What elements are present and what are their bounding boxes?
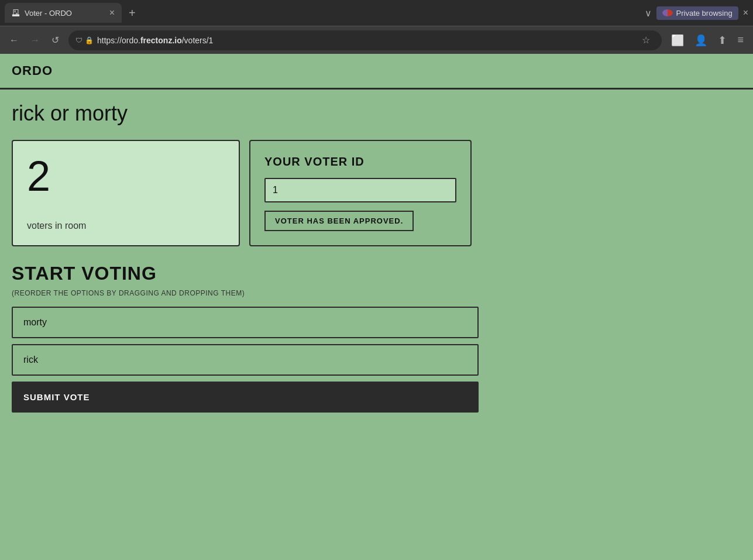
tab-close-button[interactable]: × [109,8,115,18]
url-domain: frectonz.io [140,36,182,45]
tab-title: Voter - ORDO [25,9,105,18]
profile-button[interactable]: 👤 [690,30,712,50]
menu-button[interactable]: ≡ [733,30,748,50]
page: ORDO rick or morty 2 voters in room YOUR… [0,54,753,560]
tab-favicon: 🗳 [12,8,20,18]
tab-dropdown-button[interactable]: ∨ [645,8,652,19]
address-bar[interactable]: https://ordo.frectonz.io/voters/1 [97,36,634,45]
private-browsing-icon [662,9,673,16]
forward-button[interactable]: → [26,32,44,49]
submit-vote-button[interactable]: SUBMIT VOTE [12,382,479,413]
url-path: /voters/1 [182,36,214,45]
approved-badge: VOTER HAS BEEN APPROVED. [264,211,414,231]
close-window-button[interactable]: × [743,8,748,18]
voter-id-card: YOUR VOTER ID VOTER HAS BEEN APPROVED. [249,140,472,246]
site-header: ORDO [0,54,753,90]
voting-option-morty[interactable]: morty [12,307,479,338]
cards-row: 2 voters in room YOUR VOTER ID VOTER HAS… [12,140,741,246]
lock-icon: 🔒 [85,36,94,44]
voting-option-rick-label: rick [23,355,38,365]
refresh-button[interactable]: ↺ [47,31,64,49]
private-browsing-indicator: Private browsing [656,6,738,20]
tab-right-controls: ∨ Private browsing × [645,6,748,20]
bookmark-button[interactable]: ☆ [637,32,655,48]
address-bar-icons: 🛡 🔒 [75,36,94,44]
url-prefix: https://ordo. [97,36,140,45]
browser-chrome: 🗳 Voter - ORDO × + ∨ Private browsing × … [0,0,753,54]
active-tab[interactable]: 🗳 Voter - ORDO × [5,3,122,23]
nav-bar: ← → ↺ 🛡 🔒 https://ordo.frectonz.io/voter… [0,26,753,54]
voter-id-input[interactable] [264,178,456,202]
voting-option-rick[interactable]: rick [12,344,479,376]
site-logo: ORDO [12,63,53,78]
shield-icon: 🛡 [75,36,82,44]
voters-card: 2 voters in room [12,140,240,246]
voter-id-title: YOUR VOTER ID [264,155,456,169]
address-bar-container[interactable]: 🛡 🔒 https://ordo.frectonz.io/voters/1 ☆ [68,30,662,50]
new-tab-button[interactable]: + [124,4,140,22]
page-title: rick or morty [12,101,741,126]
voting-option-morty-label: morty [23,317,47,327]
private-browsing-label: Private browsing [676,9,733,18]
start-voting-title: START VOTING [12,263,741,284]
drag-hint: (REORDER THE OPTIONS BY DRAGGING AND DRO… [12,289,741,297]
voters-label: voters in room [27,221,225,231]
page-content: rick or morty 2 voters in room YOUR VOTE… [0,90,753,424]
pocket-button[interactable]: ⬜ [666,30,689,50]
share-button[interactable]: ⬆ [713,30,731,50]
voters-count: 2 [27,155,225,197]
tab-bar: 🗳 Voter - ORDO × + ∨ Private browsing × [0,0,753,26]
back-button[interactable]: ← [5,32,23,49]
nav-right-controls: ⬜ 👤 ⬆ ≡ [666,30,748,50]
